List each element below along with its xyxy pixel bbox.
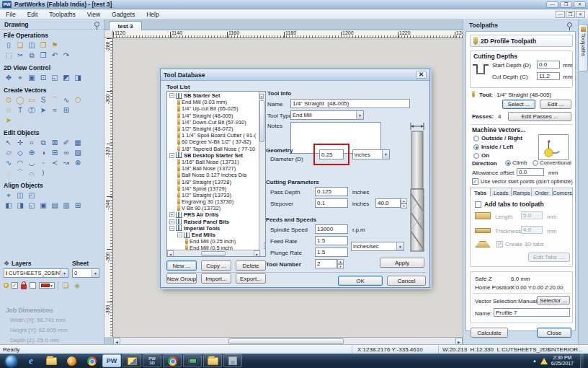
direction-climb-radio[interactable]: Climb	[505, 159, 527, 166]
tree-item[interactable]: −SB Desktop Starter Set	[168, 152, 259, 159]
explode-icon[interactable]: ⊗	[72, 158, 84, 167]
layer-select[interactable]: CUTSHEETS_2D$INT ▼	[4, 268, 68, 278]
plunge-rate-input[interactable]	[315, 247, 348, 257]
mdi-minimize-button[interactable]: —	[556, 11, 565, 18]
collapse-icon[interactable]: −	[177, 232, 182, 237]
diameter-input[interactable]	[319, 149, 344, 159]
import-tools-button[interactable]: Import...	[201, 273, 231, 284]
tree-item[interactable]: 1/8" Straight (13728)	[168, 178, 259, 185]
layer-active-checkbox[interactable]	[12, 282, 18, 289]
horizontal-scrollbar[interactable]: ◀ ▶	[113, 337, 463, 344]
draw-text-icon[interactable]: T	[14, 105, 26, 115]
redo-icon[interactable]: ↷	[61, 51, 72, 60]
partworks-3d-taskbar-button[interactable]: PW3D	[143, 354, 161, 367]
tree-item[interactable]: −Imperial Tools	[168, 225, 259, 232]
tree-item[interactable]: 1/16" Ball Nose (13731)	[168, 159, 259, 165]
selector-button[interactable]: Selector ...	[537, 296, 570, 305]
start-button[interactable]	[1, 354, 20, 367]
paste-icon[interactable]: ❐	[37, 51, 49, 60]
tree-item[interactable]: 1/4" Down-Cut Bit (57-910)	[168, 119, 259, 126]
align-bottom-icon[interactable]: ◱	[26, 201, 37, 210]
apply-button[interactable]: Apply	[380, 258, 424, 268]
hatch-icon[interactable]: ▨	[72, 148, 84, 157]
tree-item[interactable]: 1/4" Spiral (13729)	[168, 185, 259, 192]
pass-depth-input[interactable]	[315, 187, 348, 196]
menu-gadgets[interactable]: Gadgets	[112, 11, 135, 18]
snap-grid-icon[interactable]: ▦	[72, 138, 84, 147]
menu-toolpaths[interactable]: Toolpaths	[49, 11, 75, 18]
minimize-button[interactable]: —	[546, 1, 558, 8]
new-tool-button[interactable]: New ...	[166, 260, 197, 271]
draw-polyline-icon[interactable]: S	[37, 95, 49, 105]
node-edit-icon[interactable]: ✛	[14, 138, 26, 147]
text-box-icon[interactable]: Ⓣ	[26, 105, 37, 115]
text-on-curve-icon[interactable]: ≈	[49, 105, 61, 115]
tree-item[interactable]: 1/2" Straight (13733)	[168, 192, 259, 198]
spread-horizontal-icon[interactable]: ▤	[49, 201, 61, 210]
start-depth-input[interactable]	[537, 61, 560, 69]
chrome-icon[interactable]	[82, 354, 101, 367]
folder-window-icon[interactable]	[203, 354, 222, 367]
edit-tool-button[interactable]: Edit ...	[540, 100, 571, 109]
internet-explorer-icon[interactable]: e	[22, 354, 40, 367]
tree-item[interactable]: Ball Nose 0.127 inches Dia	[168, 172, 259, 178]
sheet-select[interactable]: 0▼	[72, 268, 99, 278]
inactive-app-icon[interactable]	[223, 354, 242, 367]
toolpaths-side-tab[interactable]: Toolpaths	[579, 24, 588, 71]
machine-vectors-option-inside[interactable]: Inside / Left	[473, 144, 513, 150]
cut-depth-input[interactable]	[537, 72, 560, 80]
close-toolpath-button[interactable]: Close	[537, 328, 571, 338]
zoom-selection-icon[interactable]: ⊡	[37, 73, 49, 82]
tree-item[interactable]: V Bit 90 (13732)	[168, 205, 259, 211]
ok-button[interactable]: OK	[338, 276, 383, 286]
zoom-icon[interactable]: ⌖	[14, 73, 26, 82]
restore-button[interactable]: ❐	[560, 1, 572, 8]
align-center-icon[interactable]: ⌖	[3, 190, 14, 200]
use-start-points-checkbox[interactable]: Use vector start points (don't optimize)	[472, 178, 573, 185]
refresh-view-icon[interactable]: ◨	[72, 73, 84, 82]
select-text-icon[interactable]: ➤	[37, 105, 49, 115]
create-3d-tabs-checkbox[interactable]: Create 3D tabs	[496, 241, 544, 247]
align-middle-icon[interactable]: ◫	[14, 190, 26, 200]
collapse-icon[interactable]: −	[169, 153, 174, 158]
mdi-restore-button[interactable]: ❐	[566, 11, 575, 18]
media-player-icon[interactable]: ▸	[62, 354, 81, 367]
tool-list-tree[interactable]: −SB Starter SetEnd Mill (0.03 mm)1/4" Up…	[166, 91, 266, 257]
weld-icon[interactable]: ∞	[61, 148, 72, 157]
menu-help[interactable]: Help	[146, 11, 159, 18]
delete-object-icon[interactable]: ⊠	[49, 138, 61, 147]
scroll-left-icon[interactable]: ◀	[113, 338, 120, 345]
direction-conventional-radio[interactable]: Conventional	[533, 159, 571, 166]
undo-icon[interactable]: ↶	[49, 51, 61, 60]
rate-units-select[interactable]: inches/sec▼	[351, 242, 404, 251]
layer-lock-checkbox[interactable]	[30, 282, 36, 289]
menu-file[interactable]: File	[6, 11, 16, 18]
delete-tool-button[interactable]: Delete	[236, 260, 266, 271]
save-icon[interactable]: ◫	[26, 40, 37, 50]
tree-item[interactable]: 1 1/4" Spoil-Board Cutter ( 91-(	[168, 132, 259, 139]
fillet-icon[interactable]: ◡	[26, 158, 37, 167]
lock-icon[interactable]	[21, 284, 27, 289]
export-tools-button[interactable]: Export...	[236, 273, 266, 284]
machine-vectors-option-on[interactable]: On	[473, 152, 489, 159]
taskbar-clock[interactable]: 2:30 PM6/25/2017	[551, 355, 574, 367]
node-point-icon[interactable]: ◦	[37, 158, 49, 167]
trim-icon[interactable]: ≺	[49, 158, 61, 167]
expand-icon[interactable]: +	[169, 212, 174, 217]
import-file-icon[interactable]: ❐	[37, 40, 49, 50]
tray-expand-icon[interactable]: ▲	[533, 359, 537, 363]
extend-icon[interactable]: ↝	[61, 158, 72, 167]
merge-layers-icon[interactable]: ◈	[73, 281, 81, 290]
align-left-icon[interactable]: ◧	[3, 201, 14, 210]
tree-item[interactable]: +Raised Panel Bits	[168, 219, 259, 225]
tree-item[interactable]: End Mill (0.25 inch)	[168, 238, 259, 245]
previous-view-icon[interactable]: ◩	[61, 73, 72, 82]
edit-tabs-button[interactable]: Edit Tabs ....	[528, 253, 570, 262]
machine-vectors-option-outside[interactable]: Outside / Right	[473, 135, 522, 141]
mdi-close-button[interactable]: ✕	[576, 11, 585, 18]
align-to-last-icon[interactable]: ⊞	[72, 201, 84, 210]
open-file-icon[interactable]: ❏	[14, 40, 26, 50]
expand-icon[interactable]: +	[169, 219, 174, 224]
draw-ellipse-icon[interactable]: ◯	[14, 95, 26, 105]
collapse-icon[interactable]: −	[169, 93, 174, 98]
